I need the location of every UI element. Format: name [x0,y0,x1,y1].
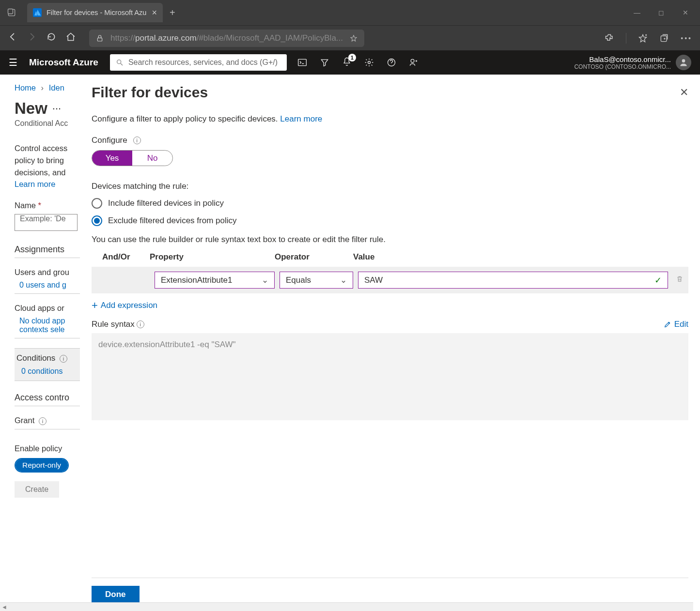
configure-label: Configure [92,136,127,145]
rule-row: ExtensionAttribute1 ⌄ Equals ⌄ SAW ✓ [92,267,688,293]
info-icon[interactable]: i [137,321,144,328]
account-tenant: CONTOSO (CONTOSO.ONMICRO... [574,63,671,70]
feedback-icon[interactable] [409,58,419,67]
builder-hint: You can use the rule builder or rule syn… [92,235,688,244]
value-input[interactable]: SAW ✓ [358,272,668,289]
lock-icon [96,34,104,42]
value-text: SAW [364,275,383,285]
menu-hamburger-icon[interactable]: ☰ [9,57,17,68]
grant-row[interactable]: Grant [15,416,34,425]
users-groups-status[interactable]: 0 users and g [15,281,80,290]
done-button[interactable]: Done [92,586,140,603]
svg-rect-1 [8,9,13,14]
breadcrumb-home[interactable]: Home [15,83,36,92]
page-subtitle: Conditional Acc [15,119,80,128]
learn-more-link[interactable]: Learn more [15,180,55,188]
radio-include-row[interactable]: Include filtered devices in policy [92,198,688,209]
rule-syntax-textbox[interactable]: device.extensionAttribute1 -eq "SAW" [92,333,688,420]
rule-syntax-label: Rule syntax [92,320,135,329]
forward-button [27,32,37,44]
blade-learn-more-link[interactable]: Learn more [280,114,322,123]
home-button[interactable] [66,32,76,44]
scroll-left-icon[interactable]: ◄ [0,604,9,611]
col-operator: Operator [275,252,353,262]
blade-title: Filter for devices [92,84,208,101]
toolbar-divider [626,33,626,44]
col-value: Value [353,252,688,262]
create-button[interactable]: Create [15,481,59,498]
global-search-input[interactable]: Search resources, services, and docs (G+… [110,54,287,71]
favorites-icon[interactable] [638,33,648,43]
new-tab-button[interactable]: + [170,7,175,18]
info-icon[interactable]: i [60,355,67,363]
browser-tab[interactable]: Filter for devices - Microsoft Azu × [27,3,163,22]
cloud-shell-icon[interactable] [297,58,307,67]
azure-logo[interactable]: Microsoft Azure [29,57,98,68]
cloud-apps-row[interactable]: Cloud apps or [15,304,64,312]
filter-directory-icon[interactable] [320,58,329,67]
add-expression-button[interactable]: + Add expression [92,300,688,311]
check-icon: ✓ [654,275,662,286]
plus-icon: + [92,300,98,311]
svg-point-8 [411,59,414,62]
back-button[interactable] [8,32,17,44]
edit-label: Edit [674,320,688,329]
policy-name-input[interactable]: Example: 'De [15,214,78,231]
window-maximize-icon[interactable]: ◻ [656,9,666,16]
info-icon[interactable]: i [133,137,141,144]
page-title-more[interactable]: ··· [52,103,61,114]
toggle-yes[interactable]: Yes [92,151,132,166]
favorite-star-icon[interactable] [350,34,358,42]
access-controls-header: Access contro [15,393,80,406]
name-label: Name [15,201,36,210]
close-tab-icon[interactable]: × [152,8,157,18]
toggle-no[interactable]: No [132,151,172,166]
users-and-groups-row[interactable]: Users and grou [15,268,69,276]
operator-dropdown[interactable]: Equals ⌄ [280,272,353,289]
col-property: Property [150,252,275,262]
matching-rule-label: Devices matching the rule: [92,182,688,191]
window-close-icon[interactable]: ✕ [681,9,690,16]
refresh-button[interactable] [47,32,56,44]
conditions-row[interactable]: Conditions [16,353,55,363]
window-minimize-icon[interactable]: — [632,9,642,16]
info-icon[interactable]: i [39,417,47,425]
help-icon[interactable] [387,58,396,67]
report-only-option[interactable]: Report-only [16,459,68,472]
pencil-icon [664,321,671,328]
svg-point-9 [682,59,685,62]
radio-exclude[interactable] [92,215,102,226]
radio-include[interactable] [92,198,102,209]
account-menu[interactable]: BalaS@contoso.onmicr... CONTOSO (CONTOSO… [574,55,691,70]
notifications-icon[interactable]: 1 [342,57,352,69]
enable-policy-toggle[interactable]: Report-only [15,458,69,473]
configure-toggle[interactable]: Yes No [92,150,173,166]
required-asterisk: * [38,201,41,210]
radio-include-label: Include filtered devices in policy [108,199,224,208]
close-blade-icon[interactable]: ✕ [680,86,688,99]
address-bar[interactable]: https://portal.azure.com/#blade/Microsof… [89,30,364,47]
more-menu-icon[interactable]: ••• [681,34,692,42]
rule-syntax-text: device.extensionAttribute1 -eq "SAW" [98,340,236,349]
page-title: New [15,100,47,116]
radio-exclude-row[interactable]: Exclude filtered devices from policy [92,215,688,226]
delete-row-icon[interactable] [676,275,684,285]
settings-gear-icon[interactable] [364,58,374,67]
cloud-apps-status-2[interactable]: contexts sele [15,325,80,334]
conditions-status[interactable]: 0 conditions [16,367,80,376]
radio-exclude-label: Exclude filtered devices from policy [108,216,237,226]
enable-policy-label: Enable policy [15,444,80,453]
edit-rule-syntax-button[interactable]: Edit [664,320,688,329]
col-andor: And/Or [102,252,150,262]
azure-favicon-icon [33,8,42,17]
tab-overview-icon[interactable] [4,5,19,20]
collections-icon[interactable] [659,33,669,43]
cloud-apps-status-1[interactable]: No cloud app [15,317,80,325]
property-dropdown[interactable]: ExtensionAttribute1 ⌄ [155,272,275,289]
extensions-icon[interactable] [605,33,614,43]
chevron-down-icon: ⌄ [340,275,347,285]
horizontal-scrollbar[interactable]: ◄ [0,602,693,611]
account-email: BalaS@contoso.onmicr... [574,55,671,63]
breadcrumb-identity[interactable]: Iden [49,83,64,92]
notification-badge: 1 [348,54,356,61]
